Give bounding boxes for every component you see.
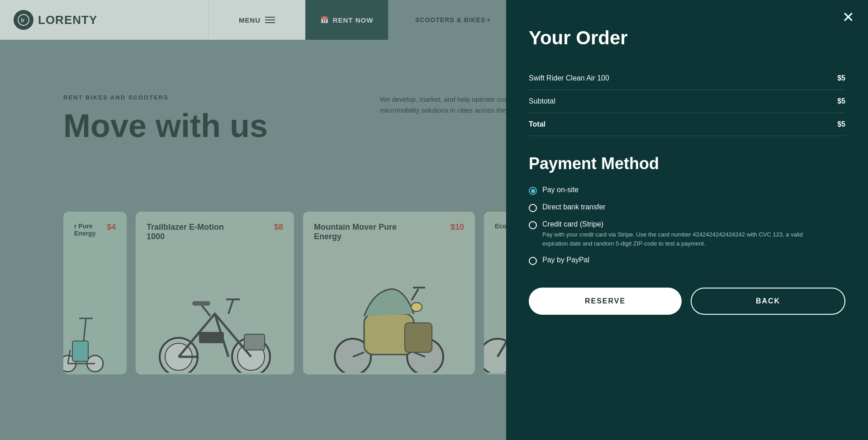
radio-bank[interactable] bbox=[529, 204, 537, 212]
payment-label-paypal: Pay by PayPal bbox=[542, 256, 589, 264]
back-button[interactable]: BACK bbox=[691, 288, 845, 315]
radio-onsite[interactable] bbox=[529, 187, 537, 195]
order-item-label: Swift Rider Clean Air 100 bbox=[529, 74, 609, 82]
payment-label-onsite: Pay on-site bbox=[542, 186, 579, 194]
radio-onsite-inner bbox=[531, 189, 535, 193]
payment-option-onsite[interactable]: Pay on-site bbox=[529, 186, 845, 195]
total-label: Total bbox=[529, 120, 545, 128]
total-value: $5 bbox=[837, 120, 845, 128]
payment-title: Payment Method bbox=[529, 154, 845, 173]
panel-buttons: RESERVE BACK bbox=[529, 288, 845, 315]
radio-creditcard[interactable] bbox=[529, 221, 537, 229]
payment-label-creditcard: Credit card (Stripe) bbox=[542, 220, 603, 228]
reserve-button[interactable]: RESERVE bbox=[529, 288, 682, 315]
radio-paypal[interactable] bbox=[529, 257, 537, 265]
subtotal-line: Subtotal $5 bbox=[529, 90, 845, 113]
subtotal-value: $5 bbox=[837, 97, 845, 105]
payment-option-creditcard[interactable]: Credit card (Stripe) Pay with your credi… bbox=[529, 220, 845, 248]
payment-option-paypal[interactable]: Pay by PayPal bbox=[529, 256, 845, 265]
overlay bbox=[0, 0, 506, 440]
order-item-price: $5 bbox=[837, 74, 845, 82]
stripe-description: Pay with your credit card via Stripe. Us… bbox=[542, 230, 823, 248]
order-item-line: Swift Rider Clean Air 100 $5 bbox=[529, 67, 845, 90]
payment-label-bank: Direct bank transfer bbox=[542, 203, 606, 211]
panel-title: Your Order bbox=[529, 27, 845, 49]
payment-option-bank[interactable]: Direct bank transfer bbox=[529, 203, 845, 212]
subtotal-label: Subtotal bbox=[529, 97, 555, 105]
total-line: Total $5 bbox=[529, 113, 845, 136]
close-button[interactable]: ✕ bbox=[842, 10, 854, 24]
side-panel: ✕ Your Order Swift Rider Clean Air 100 $… bbox=[506, 0, 868, 440]
